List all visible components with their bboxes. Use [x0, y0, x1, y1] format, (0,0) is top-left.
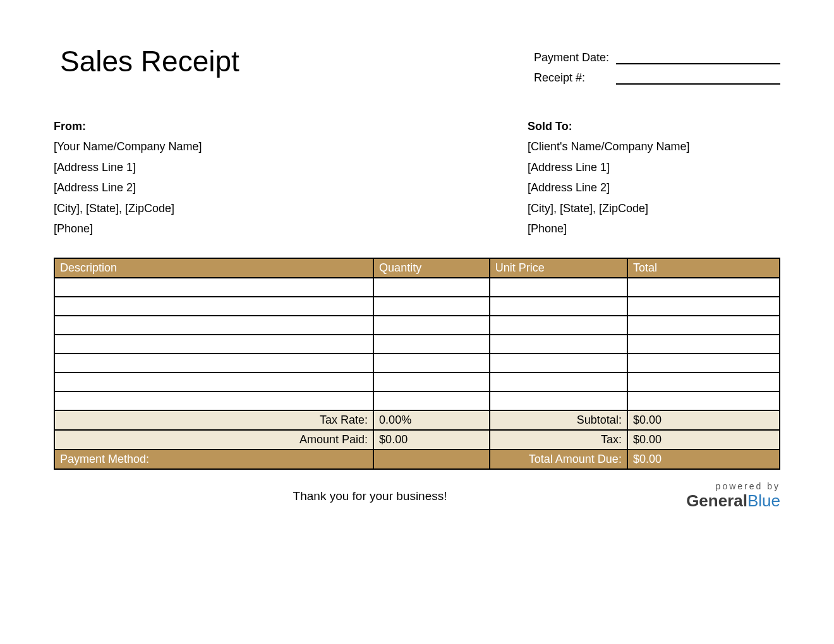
thank-you-text: Thank you for your business!	[54, 489, 686, 503]
payment-method-value[interactable]	[373, 450, 490, 469]
tax-label: Tax:	[490, 430, 627, 450]
table-row[interactable]	[54, 316, 780, 335]
sold-to-city-state-zip: [City], [State], [ZipCode]	[528, 198, 780, 218]
logo-general: General	[686, 491, 747, 510]
from-addr1: [Address Line 1]	[54, 157, 202, 177]
sold-to-addr1: [Address Line 1]	[528, 157, 780, 177]
col-description: Description	[54, 258, 373, 278]
receipt-number-field[interactable]	[616, 71, 780, 85]
total-due-value: $0.00	[627, 450, 780, 469]
sold-to-heading: Sold To:	[528, 116, 780, 136]
amount-paid-value: $0.00	[373, 430, 490, 450]
tax-value: $0.00	[627, 430, 780, 450]
col-quantity: Quantity	[373, 258, 490, 278]
logo-blue: Blue	[747, 491, 780, 510]
summary-row-2: Amount Paid: $0.00 Tax: $0.00	[54, 430, 780, 450]
sold-to-addr2: [Address Line 2]	[528, 177, 780, 198]
logo: powered by GeneralBlue	[686, 481, 780, 511]
subtotal-value: $0.00	[627, 410, 780, 430]
table-row[interactable]	[54, 278, 780, 297]
summary-row-1: Tax Rate: 0.00% Subtotal: $0.00	[54, 410, 780, 430]
powered-by-text: powered by	[686, 481, 780, 491]
summary-row-total: Payment Method: Total Amount Due: $0.00	[54, 450, 780, 469]
table-row[interactable]	[54, 297, 780, 316]
payment-method-label: Payment Method:	[54, 450, 373, 469]
col-total: Total	[627, 258, 780, 278]
subtotal-label: Subtotal:	[490, 410, 627, 430]
page-title: Sales Receipt	[60, 44, 239, 78]
from-city-state-zip: [City], [State], [ZipCode]	[54, 198, 202, 218]
table-row[interactable]	[54, 335, 780, 354]
sold-to-phone: [Phone]	[528, 218, 780, 239]
tax-rate-label: Tax Rate:	[54, 410, 373, 430]
amount-paid-label: Amount Paid:	[54, 430, 373, 450]
payment-date-label: Payment Date:	[534, 51, 616, 64]
from-block: From: [Your Name/Company Name] [Address …	[54, 116, 202, 239]
col-unit-price: Unit Price	[490, 258, 627, 278]
payment-date-field[interactable]	[616, 51, 780, 64]
total-due-label: Total Amount Due:	[490, 450, 627, 469]
receipt-meta: Payment Date: Receipt #:	[534, 51, 780, 91]
receipt-number-label: Receipt #:	[534, 71, 616, 85]
from-heading: From:	[54, 116, 202, 136]
tax-rate-value: 0.00%	[373, 410, 490, 430]
sold-to-name: [Client's Name/Company Name]	[528, 136, 780, 157]
from-phone: [Phone]	[54, 218, 202, 239]
table-row[interactable]	[54, 391, 780, 410]
from-addr2: [Address Line 2]	[54, 177, 202, 198]
generalblue-logo: GeneralBlue	[686, 491, 780, 511]
sold-to-block: Sold To: [Client's Name/Company Name] [A…	[528, 116, 780, 239]
items-table: Description Quantity Unit Price Total Ta…	[54, 258, 780, 470]
table-row[interactable]	[54, 373, 780, 391]
from-name: [Your Name/Company Name]	[54, 136, 202, 157]
table-row[interactable]	[54, 354, 780, 373]
